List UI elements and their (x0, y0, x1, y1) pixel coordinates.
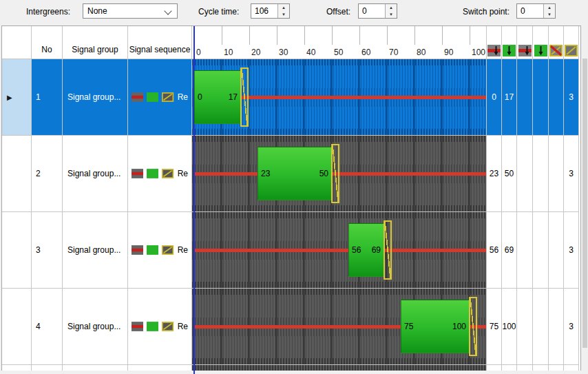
green-state-icon (147, 245, 158, 256)
offset-label: Offset: (326, 7, 350, 17)
green-phase-bar[interactable]: 017 (194, 70, 241, 124)
green-end-2-value-cell[interactable] (533, 59, 549, 136)
signal-group-cell[interactable]: Signal group... (63, 289, 128, 365)
spin-down-icon[interactable]: ▼ (278, 11, 289, 18)
amber-state-icon (162, 245, 174, 256)
partial-row-cell (502, 365, 517, 371)
intergreens-label: Intergreens: (26, 7, 70, 17)
switch-point-label: Switch point: (463, 7, 510, 17)
row-selector-cell[interactable]: ▶ (2, 59, 32, 136)
switch-point-value: 0 (521, 6, 525, 16)
green-end-value: 50 (319, 169, 328, 178)
timeline-cell[interactable]: 2350 (192, 136, 487, 212)
signal-sequence-cell[interactable]: Re (128, 289, 192, 365)
green-end-value-cell[interactable]: 17 (502, 59, 517, 136)
cycle-time-value: 106 (255, 6, 269, 16)
signal-group-cell[interactable]: Signal group... (63, 136, 128, 212)
amber-value-cell[interactable]: 3 (564, 212, 579, 289)
axis-tick-label: 20 (251, 48, 260, 57)
partial-row-cell (128, 365, 192, 371)
amber-phase-strip[interactable] (469, 297, 477, 356)
no-cell[interactable]: 3 (32, 212, 63, 289)
green-end-value-cell[interactable]: 69 (502, 212, 517, 289)
green-end-value-cell[interactable]: 50 (502, 136, 517, 212)
red-end-2-value-cell[interactable] (517, 136, 533, 212)
partial-row-timeline (192, 365, 487, 371)
column-header-red-end-2 (517, 26, 533, 59)
signal-sequence-cell[interactable]: Re (128, 59, 192, 136)
signal-sequence-cell[interactable]: Re (128, 136, 192, 212)
red-amber-value-cell[interactable] (549, 59, 564, 136)
red-end-value-cell[interactable]: 75 (487, 289, 502, 365)
partial-row-cell (2, 365, 32, 371)
column-header-red-amber (549, 26, 564, 59)
green-end-value-cell[interactable]: 100 (502, 289, 517, 365)
red-end-value-cell[interactable]: 23 (487, 136, 502, 212)
red-state-icon (132, 245, 143, 256)
amber-phase-strip[interactable] (240, 67, 249, 127)
timeline-cell[interactable]: 017 (192, 59, 487, 136)
green-state-icon (147, 168, 158, 179)
red-state-icon (132, 92, 143, 103)
row-selector-cell[interactable] (2, 289, 32, 365)
partial-row-cell (533, 365, 549, 371)
red-end-2-value-cell[interactable] (517, 212, 533, 289)
column-header-amber (564, 26, 579, 59)
red-end-icon (518, 45, 532, 56)
offset-spinner[interactable]: 0 ▲▼ (358, 3, 397, 19)
green-state-icon (147, 92, 158, 103)
green-phase-bar[interactable]: 75100 (401, 300, 470, 353)
red-end-value-cell[interactable]: 0 (487, 59, 502, 136)
spin-down-icon[interactable]: ▼ (544, 11, 555, 18)
green-start-value: 0 (198, 92, 202, 102)
red-end-2-value-cell[interactable] (517, 289, 533, 365)
green-start-value: 56 (352, 245, 361, 255)
no-cell[interactable]: 2 (32, 136, 63, 212)
signal-group-cell[interactable]: Signal group... (63, 59, 128, 136)
row-selector-cell[interactable] (2, 212, 32, 289)
red-end-icon (487, 45, 501, 56)
red-phase-line (194, 249, 486, 252)
sequence-name: Re (178, 169, 191, 178)
intergreens-dropdown[interactable]: None (83, 3, 178, 19)
red-end-value-cell[interactable]: 56 (487, 212, 502, 289)
amber-phase-strip[interactable] (331, 144, 339, 203)
row-selector-cell[interactable] (2, 136, 32, 212)
signal-sequence-cell[interactable]: Re (128, 212, 192, 289)
green-end-2-value-cell[interactable] (533, 212, 549, 289)
green-end-2-value-cell[interactable] (533, 289, 549, 365)
red-end-2-value-cell[interactable] (517, 59, 533, 136)
switch-point-spinner[interactable]: 0 ▲▼ (516, 3, 556, 19)
no-cell[interactable]: 4 (32, 289, 63, 365)
partial-row-cell (549, 365, 564, 371)
spin-down-icon[interactable]: ▼ (386, 11, 397, 18)
green-end-value: 69 (372, 245, 381, 255)
red-amber-value-cell[interactable] (549, 136, 564, 212)
amber-icon (565, 45, 578, 56)
green-phase-bar[interactable]: 2350 (258, 147, 332, 200)
scrollbar-thumb[interactable] (582, 59, 587, 348)
column-header-signal-group: Signal group (63, 26, 128, 59)
green-phase-bar[interactable]: 5669 (348, 223, 384, 277)
axis-tick-label: 0 (196, 48, 201, 57)
vertical-scrollbar[interactable] (582, 25, 588, 374)
amber-value-cell[interactable]: 3 (564, 289, 579, 365)
amber-value-cell[interactable]: 3 (564, 59, 579, 136)
amber-phase-strip[interactable] (384, 220, 392, 280)
amber-value-cell[interactable]: 3 (564, 136, 579, 212)
signal-group-cell[interactable]: Signal group... (63, 212, 128, 289)
no-cell[interactable]: 1 (32, 59, 63, 136)
timeline-axis: 0102030405060708090100 (192, 26, 487, 59)
green-end-icon (534, 45, 547, 56)
red-amber-value-cell[interactable] (549, 212, 564, 289)
axis-tick-label: 30 (279, 48, 288, 57)
cycle-time-spinner[interactable]: 106 ▲▼ (251, 3, 290, 19)
green-end-value: 100 (452, 322, 466, 331)
timeline-cell[interactable]: 5669 (192, 212, 487, 289)
timeline-cell[interactable]: 75100 (192, 289, 487, 365)
column-header-no: No (32, 26, 63, 59)
red-amber-value-cell[interactable] (549, 289, 564, 365)
partial-row-cell (517, 365, 533, 371)
amber-state-icon (162, 92, 174, 103)
green-end-2-value-cell[interactable] (533, 136, 549, 212)
